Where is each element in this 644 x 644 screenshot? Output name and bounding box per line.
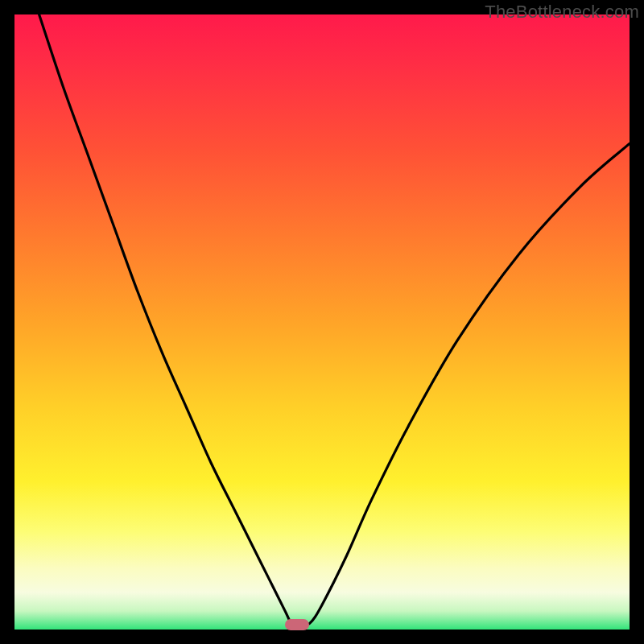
bottleneck-curve xyxy=(14,14,630,630)
chart-frame xyxy=(14,14,630,630)
watermark-text: TheBottleneck.com xyxy=(485,2,639,23)
min-marker xyxy=(285,619,309,630)
